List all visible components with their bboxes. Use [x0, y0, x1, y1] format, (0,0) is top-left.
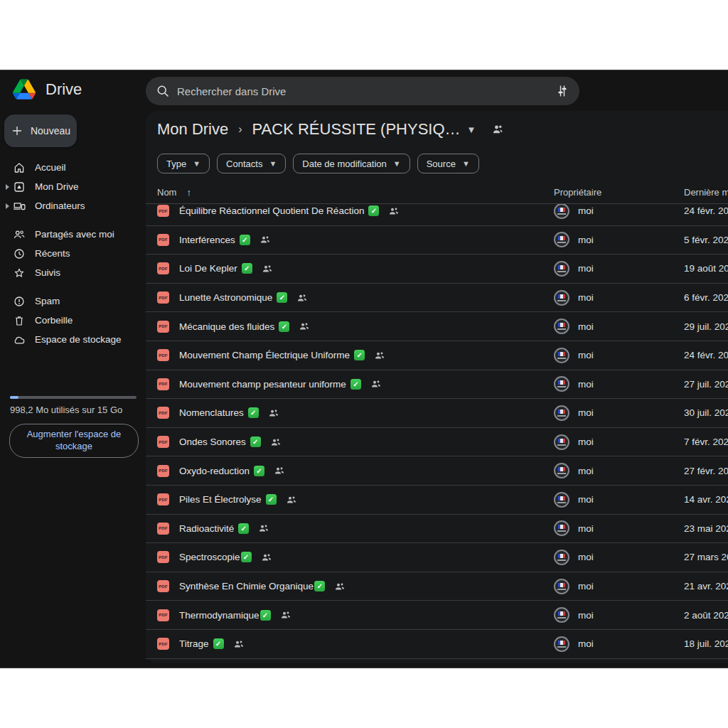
owner-label: moi: [578, 292, 594, 303]
modified-date: 7 févr. 2025: [684, 428, 728, 456]
sidebar-item-label: Ordinateurs: [35, 200, 85, 211]
shared-people-icon: [334, 581, 346, 592]
breadcrumb-current-folder[interactable]: PACK RÉUSSITE (PHYSIQ…: [252, 120, 461, 139]
file-row[interactable]: PDF Nomenclatures ✓ moi 30 juil. 2025: [146, 399, 728, 428]
file-row[interactable]: PDF Radioactivité ✓ moi 23 mai 2025: [146, 515, 728, 544]
file-name-cell: PDF Oxydo-reduction ✓: [157, 456, 285, 485]
owner-avatar: [554, 376, 569, 392]
table-header: Nom ↑ Propriétaire Dernière modification: [146, 185, 728, 203]
owner-cell: moi: [554, 284, 594, 312]
owner-cell: moi: [554, 601, 594, 629]
sort-ascending-icon[interactable]: ↑: [186, 187, 191, 198]
owner-cell: moi: [554, 630, 594, 658]
sidebar-item-suivis[interactable]: Suivis: [0, 263, 146, 282]
sidebar-section-1: AccueilMon DriveOrdinateurs: [0, 158, 146, 215]
file-row[interactable]: PDF Spectroscopie ✓ moi 27 mars 2025: [146, 543, 728, 572]
storage-progress: [10, 396, 136, 399]
sidebar-item-accueil[interactable]: Accueil: [0, 158, 146, 177]
upgrade-storage-button[interactable]: Augmenter l'espace de stockage: [9, 424, 139, 458]
search-bar[interactable]: [146, 77, 579, 105]
file-name: Oxydo-reduction: [179, 466, 250, 476]
filter-chip-label: Source: [427, 159, 456, 169]
filter-chip-label: Date de modification: [302, 159, 387, 169]
owner-cell: moi: [554, 312, 594, 341]
shared-people-icon: [280, 609, 291, 621]
plus-icon: [11, 124, 23, 137]
expand-caret-icon[interactable]: [1, 203, 13, 209]
modified-date: 27 févr. 2025: [684, 456, 728, 485]
file-row[interactable]: PDF Piles Et Électrolyse ✓ moi 14 avr. 2…: [146, 486, 728, 515]
file-row[interactable]: PDF Mécanique des fluides ✓ moi 29 juil.…: [146, 312, 728, 341]
owner-avatar: [554, 290, 569, 306]
file-name: Interférences: [179, 235, 235, 245]
file-row[interactable]: PDF Ondes Sonores ✓ moi 7 févr. 2025: [146, 428, 728, 457]
storage-progress-fill: [10, 396, 18, 399]
column-header-owner[interactable]: Propriétaire: [554, 187, 601, 198]
check-mark-emoji: ✓: [314, 581, 325, 592]
pdf-file-icon: PDF: [157, 205, 169, 217]
owner-cell: moi: [554, 204, 594, 225]
expand-caret-icon[interactable]: [1, 184, 13, 190]
file-name-cell: PDF Piles Et Électrolyse ✓: [157, 486, 297, 514]
pdf-file-icon: PDF: [157, 493, 169, 505]
sidebar-item-spam[interactable]: Spam: [0, 291, 146, 311]
sidebar-item-mon-drive[interactable]: Mon Drive: [0, 177, 146, 196]
pdf-file-icon: PDF: [157, 580, 169, 592]
file-name-cell: PDF Synthèse En Chimie Organique ✓: [157, 572, 346, 601]
file-row[interactable]: PDF Thermodynamique ✓ moi 2 août 2025: [146, 601, 728, 630]
filter-chip-date-de-modification[interactable]: Date de modification▼: [293, 154, 410, 173]
sidebar-item-r-cents[interactable]: Récents: [0, 244, 146, 263]
file-name: Titrage: [179, 638, 209, 649]
owner-cell: moi: [554, 255, 594, 283]
file-row[interactable]: PDF Mouvement Champ Électrique Uniforme …: [146, 341, 728, 370]
column-header-name[interactable]: Nom ↑: [157, 187, 191, 198]
sidebar-item-partag-s-avec-moi[interactable]: Partagés avec moi: [0, 225, 146, 244]
check-mark-emoji: ✓: [350, 379, 361, 390]
file-name-cell: PDF Mouvement champ pesanteur uniforme ✓: [157, 370, 382, 399]
owner-avatar: [554, 463, 569, 478]
owner-cell: moi: [554, 399, 594, 427]
shared-people-icon: [259, 234, 271, 245]
breadcrumb-root[interactable]: Mon Drive: [157, 120, 228, 139]
sidebar-item-corbeille[interactable]: Corbeille: [0, 311, 146, 330]
owner-cell: moi: [554, 341, 594, 370]
pdf-file-icon: PDF: [157, 262, 169, 274]
owner-label: moi: [578, 638, 594, 649]
file-name: Mouvement Champ Électrique Uniforme: [179, 350, 350, 360]
new-button[interactable]: Nouveau: [4, 114, 77, 147]
file-row[interactable]: PDF Mouvement champ pesanteur uniforme ✓…: [146, 370, 728, 400]
owner-avatar: [554, 607, 569, 623]
shared-people-icon: [299, 321, 310, 332]
shared-people-icon: [268, 407, 279, 419]
filter-chip-source[interactable]: Source▼: [417, 154, 479, 173]
file-row[interactable]: PDF Lunette Astronomique ✓ moi 6 févr. 2…: [146, 284, 728, 313]
owner-avatar: [554, 579, 569, 594]
folder-menu-caret-icon[interactable]: ▼: [467, 124, 476, 135]
search-input[interactable]: [177, 85, 555, 97]
filter-chip-type[interactable]: Type▼: [157, 154, 210, 173]
owner-avatar: [554, 636, 569, 652]
file-row[interactable]: PDF Synthèse En Chimie Organique ✓ moi 2…: [146, 572, 728, 601]
owner-avatar: [554, 520, 569, 536]
owner-cell: moi: [554, 543, 594, 572]
file-name: Mouvement champ pesanteur uniforme: [179, 379, 346, 390]
chevron-down-icon: ▼: [269, 159, 277, 168]
file-row[interactable]: PDF Équilibre Réactionnel Quotient De Ré…: [146, 204, 728, 226]
sidebar-item-ordinateurs[interactable]: Ordinateurs: [0, 196, 146, 215]
pdf-file-icon: PDF: [157, 551, 169, 563]
filter-chip-contacts[interactable]: Contacts▼: [217, 154, 286, 173]
owner-label: moi: [578, 263, 594, 274]
file-row[interactable]: PDF Titrage ✓ moi 18 juil. 2025: [146, 630, 728, 659]
file-row[interactable]: PDF Loi De Kepler ✓ moi 19 août 2025: [146, 255, 728, 284]
spam-icon: [13, 295, 26, 308]
search-filters-icon[interactable]: [555, 84, 569, 98]
file-name: Équilibre Réactionnel Quotient De Réacti…: [179, 205, 364, 216]
shared-folder-icon: [491, 123, 504, 136]
file-row[interactable]: PDF Interférences ✓ moi 5 févr. 2025: [146, 226, 728, 255]
sidebar-item-label: Mon Drive: [35, 181, 79, 192]
column-header-modified[interactable]: Dernière modification: [684, 187, 728, 198]
sidebar-item-label: Spam: [35, 296, 60, 306]
file-row[interactable]: PDF Oxydo-reduction ✓ moi 27 févr. 2025: [146, 456, 728, 486]
new-button-label: Nouveau: [31, 125, 70, 136]
sidebar-item-espace-de-stockage[interactable]: Espace de stockage: [0, 330, 146, 349]
